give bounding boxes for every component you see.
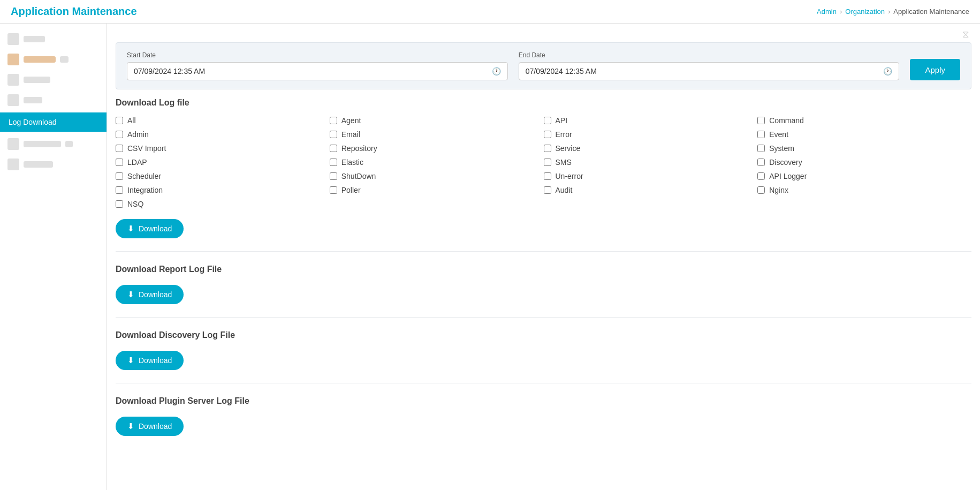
checkbox-command-input[interactable] xyxy=(757,117,765,124)
checkbox-email-input[interactable] xyxy=(330,131,337,138)
sidebar-skel-badge-2 xyxy=(60,56,69,63)
section-title-plugin-log: Download Plugin Server Log File xyxy=(116,396,971,406)
start-date-input-wrap: 🕐 xyxy=(127,62,508,80)
checkbox-elastic[interactable]: Elastic xyxy=(330,158,544,167)
download-plugin-label: Download xyxy=(139,422,172,431)
sidebar-skel-icon-5 xyxy=(7,138,19,150)
download-discovery-icon: ⬇ xyxy=(127,356,134,365)
end-date-field: End Date 🕐 xyxy=(519,51,900,80)
checkbox-poller[interactable]: Poller xyxy=(330,186,544,194)
checkbox-api-logger-input[interactable] xyxy=(757,172,765,180)
checkbox-error-input[interactable] xyxy=(544,131,551,138)
breadcrumb-sep-2: › xyxy=(888,7,890,16)
checkbox-integration-input[interactable] xyxy=(116,186,123,194)
checkbox-system-input[interactable] xyxy=(757,145,765,152)
sidebar-skeleton-1 xyxy=(0,29,107,49)
checkbox-api[interactable]: API xyxy=(544,116,758,125)
section-title-discovery-log: Download Discovery Log File xyxy=(116,330,971,340)
download-report-icon: ⬇ xyxy=(127,290,134,299)
filter-icon[interactable]: ⧖ xyxy=(962,29,969,40)
sidebar-skeleton-2 xyxy=(0,49,107,70)
checkbox-audit-input[interactable] xyxy=(544,186,551,194)
checkbox-shutdown[interactable]: ShutDown xyxy=(330,172,544,180)
end-date-input[interactable] xyxy=(526,67,879,76)
end-date-input-wrap: 🕐 xyxy=(519,62,900,80)
checkbox-sms[interactable]: SMS xyxy=(544,158,758,167)
sidebar-skel-text-6 xyxy=(24,161,53,168)
section-title-report-log: Download Report Log File xyxy=(116,265,971,274)
sidebar-skel-text-1 xyxy=(24,36,45,42)
sidebar-item-log-download[interactable]: Log Download xyxy=(0,112,107,132)
download-log-label: Download xyxy=(139,224,172,233)
download-log-icon: ⬇ xyxy=(127,224,134,233)
main-content: ⧖ Start Date 🕐 End Date 🕐 Apply xyxy=(107,24,980,490)
checkbox-un-error[interactable]: Un-error xyxy=(544,172,758,180)
download-discovery-label: Download xyxy=(139,356,172,365)
checkbox-shutdown-input[interactable] xyxy=(330,172,337,180)
sidebar-skeleton-5 xyxy=(0,134,107,154)
start-date-label: Start Date xyxy=(127,51,508,59)
checkbox-system[interactable]: System xyxy=(757,144,971,153)
checkbox-service-input[interactable] xyxy=(544,145,551,152)
checkbox-audit[interactable]: Audit xyxy=(544,186,758,194)
content-area: Download Log file All Admin CSV Import L… xyxy=(107,98,980,478)
download-log-button[interactable]: ⬇ Download xyxy=(116,219,184,238)
checkbox-nginx[interactable]: Nginx xyxy=(757,186,971,194)
checkbox-agent-input[interactable] xyxy=(330,117,337,124)
checkbox-api-input[interactable] xyxy=(544,117,551,124)
sidebar-skel-badge-5 xyxy=(65,141,73,147)
sidebar-skel-text-4 xyxy=(24,97,42,103)
checkbox-discovery-input[interactable] xyxy=(757,159,765,166)
checkbox-email[interactable]: Email xyxy=(330,130,544,139)
checkbox-nsq[interactable]: NSQ xyxy=(116,200,330,208)
checkbox-elastic-input[interactable] xyxy=(330,159,337,166)
checkbox-service[interactable]: Service xyxy=(544,144,758,153)
sidebar-skel-text-3 xyxy=(24,77,50,83)
checkbox-repository-input[interactable] xyxy=(330,145,337,152)
checkbox-csv-import-input[interactable] xyxy=(116,145,123,152)
checkbox-scheduler[interactable]: Scheduler xyxy=(116,172,330,180)
end-date-label: End Date xyxy=(519,51,900,59)
start-date-input[interactable] xyxy=(134,67,488,76)
sidebar-skeleton-3 xyxy=(0,70,107,90)
checkbox-all[interactable]: All xyxy=(116,116,330,125)
download-plugin-icon: ⬇ xyxy=(127,421,134,431)
breadcrumb-organization[interactable]: Organization xyxy=(845,7,885,16)
apply-button[interactable]: Apply xyxy=(910,59,960,80)
checkbox-sms-input[interactable] xyxy=(544,159,551,166)
download-discovery-button[interactable]: ⬇ Download xyxy=(116,351,184,370)
checkbox-poller-input[interactable] xyxy=(330,186,337,194)
sidebar-skel-text-5 xyxy=(24,141,61,147)
checkbox-nsq-input[interactable] xyxy=(116,200,123,208)
download-report-button[interactable]: ⬇ Download xyxy=(116,285,184,304)
checkbox-integration[interactable]: Integration xyxy=(116,186,330,194)
checkbox-repository[interactable]: Repository xyxy=(330,144,544,153)
download-plugin-button[interactable]: ⬇ Download xyxy=(116,417,184,436)
breadcrumb-sep-1: › xyxy=(840,7,842,16)
checkbox-ldap-input[interactable] xyxy=(116,159,123,166)
sidebar-skel-icon-2 xyxy=(7,54,19,65)
checkbox-all-input[interactable] xyxy=(116,117,123,124)
checkbox-discovery[interactable]: Discovery xyxy=(757,158,971,167)
checkbox-api-logger[interactable]: API Logger xyxy=(757,172,971,180)
checkbox-event[interactable]: Event xyxy=(757,130,971,139)
breadcrumb-admin[interactable]: Admin xyxy=(817,7,837,16)
sidebar-skeleton-4 xyxy=(0,90,107,110)
section-download-report-log: Download Report Log File ⬇ Download xyxy=(116,265,971,318)
section-title-download-log: Download Log file xyxy=(116,98,971,108)
start-date-field: Start Date 🕐 xyxy=(127,51,508,80)
checkbox-agent[interactable]: Agent xyxy=(330,116,544,125)
filter-area: ⧖ xyxy=(107,24,980,42)
checkbox-admin-input[interactable] xyxy=(116,131,123,138)
sidebar-skel-icon-3 xyxy=(7,74,19,86)
checkbox-nginx-input[interactable] xyxy=(757,186,765,194)
checkbox-admin[interactable]: Admin xyxy=(116,130,330,139)
breadcrumb: Admin › Organization › Application Maint… xyxy=(817,7,969,16)
checkbox-csv-import[interactable]: CSV Import xyxy=(116,144,330,153)
checkbox-scheduler-input[interactable] xyxy=(116,172,123,180)
checkbox-ldap[interactable]: LDAP xyxy=(116,158,330,167)
checkbox-command[interactable]: Command xyxy=(757,116,971,125)
checkbox-event-input[interactable] xyxy=(757,131,765,138)
checkbox-error[interactable]: Error xyxy=(544,130,758,139)
checkbox-un-error-input[interactable] xyxy=(544,172,551,180)
